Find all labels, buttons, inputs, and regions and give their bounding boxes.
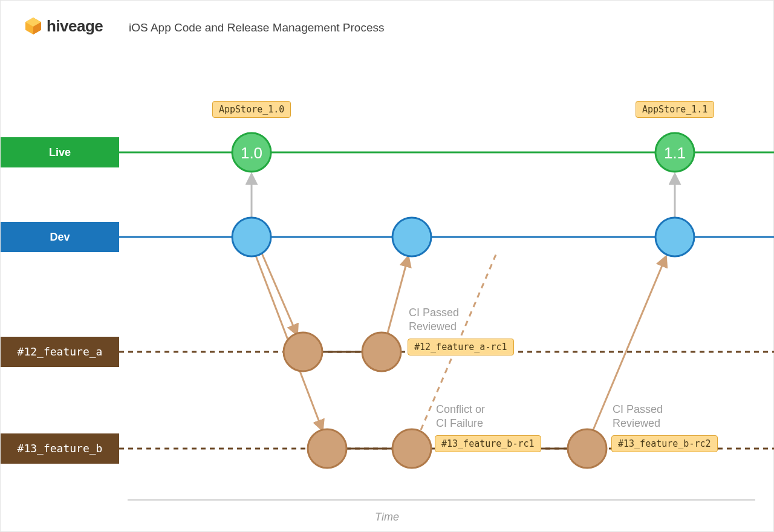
brand-logo: hiveage: [24, 16, 103, 36]
tag-feature-b-rc2: #13_feature_b-rc2: [611, 435, 718, 452]
svg-line-11: [262, 253, 297, 334]
lane-label-feature-b: #13_feature_b: [1, 433, 119, 464]
feature-b-commit-3: [568, 429, 607, 468]
status-conflict-b: Conflict or CI Failure: [436, 403, 485, 430]
feature-a-commit-1: [284, 332, 322, 371]
dev-commit-3: [655, 218, 694, 256]
feature-b-commit-1: [308, 429, 346, 468]
tag-feature-b-rc1: #13_feature_b-rc1: [435, 435, 541, 452]
svg-text:1.1: 1.1: [664, 144, 686, 162]
tag-appstore-11: AppStore_1.1: [636, 101, 714, 118]
status-ci-passed-b: CI Passed Reviewed: [613, 403, 663, 430]
time-axis-label: Time: [1, 511, 773, 524]
brand-name: hiveage: [47, 17, 103, 36]
release-node-1-0: 1.0: [232, 133, 271, 172]
feature-a-commit-2: [362, 332, 401, 371]
tag-feature-a-rc1: #12_feature_a-rc1: [408, 339, 514, 355]
svg-line-12: [256, 256, 322, 430]
tag-appstore-10: AppStore_1.0: [212, 101, 291, 118]
time-axis-line: [128, 499, 755, 501]
svg-text:1.0: 1.0: [241, 144, 262, 162]
release-node-1-1: 1.1: [655, 133, 694, 172]
svg-line-13: [388, 257, 408, 333]
status-ci-passed-a: CI Passed Reviewed: [409, 306, 459, 333]
dev-commit-1: [232, 218, 271, 256]
lane-label-live: Live: [1, 137, 119, 167]
lane-label-feature-a: #12_feature_a: [1, 337, 119, 367]
lane-label-dev: Dev: [1, 222, 119, 252]
diagram-canvas: hiveage iOS App Code and Release Managem…: [0, 0, 774, 532]
diagram-title: iOS App Code and Release Management Proc…: [129, 21, 384, 34]
dev-commit-2: [392, 218, 431, 256]
svg-point-18: [655, 133, 694, 172]
hexagon-icon: [24, 16, 43, 36]
svg-point-16: [232, 133, 271, 172]
feature-b-commit-2: [392, 429, 431, 468]
